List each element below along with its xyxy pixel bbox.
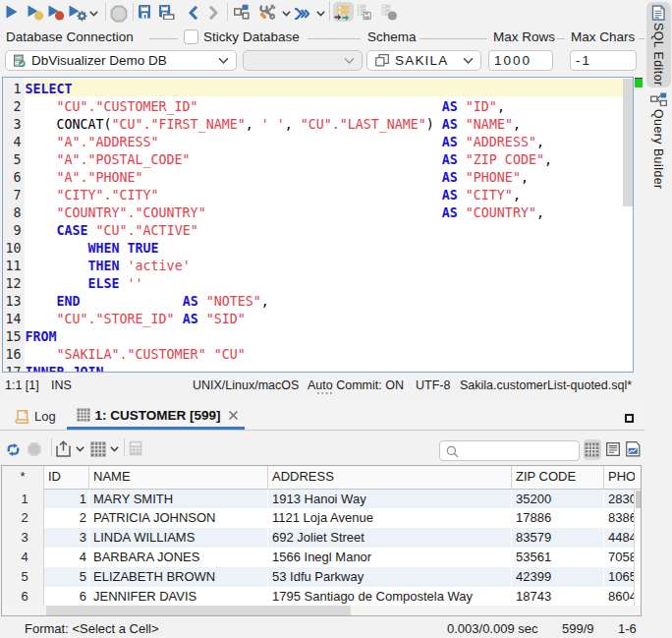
table-cell-phone[interactable]: 8604: [604, 587, 635, 607]
explain-plan-button explain-plan-icon[interactable]: [234, 4, 250, 20]
table-row[interactable]: 33LINDA WILLIAMS692 Joliet Street8357944…: [2, 528, 641, 548]
side-tab-sql-editor[interactable]: SQL Editor: [646, 2, 672, 87]
grid-options-button grid-icon[interactable]: [90, 441, 106, 457]
column-header-zip[interactable]: ZIP CODE: [512, 466, 604, 490]
result-search-box[interactable]: [439, 440, 580, 461]
auto-commit-toggle commit-mode-icon[interactable]: [334, 5, 352, 21]
table-row[interactable]: 11MARY SMITH1913 Hanoi Way352002830: [2, 490, 641, 509]
table-cell-address[interactable]: 1121 Loja Avenue: [268, 508, 512, 528]
execute-dropdown chevron-down-icon[interactable]: [89, 11, 98, 17]
execute-button play-icon[interactable]: [6, 5, 18, 19]
table-cell-name[interactable]: ELIZABETH BROWN: [89, 567, 268, 587]
table-cell-id[interactable]: 6: [44, 587, 89, 607]
continue-dropdown chevron-down-icon[interactable]: [316, 11, 325, 17]
grid-horizontal-scrollbar[interactable]: [2, 606, 641, 616]
export-button export-icon[interactable]: [56, 440, 71, 457]
table-cell-zip[interactable]: 35200: [512, 490, 604, 509]
export-dropdown chevron-down-icon[interactable]: [76, 446, 84, 452]
table-cell-address[interactable]: 1795 Santiago de Compostela Way: [268, 587, 512, 607]
table-cell-id[interactable]: 2: [44, 508, 89, 528]
max-rows-input[interactable]: [488, 50, 553, 71]
tools-button wrench-icon[interactable]: [259, 4, 276, 20]
tab-log[interactable]: Log: [15, 403, 56, 430]
table-cell-num[interactable]: 2: [2, 508, 44, 528]
schema-combo-value: SAKILA: [395, 53, 448, 68]
code-line: "COUNTRY"."COUNTRY" AS "COUNTRY",: [26, 204, 624, 222]
table-cell-name[interactable]: MARY SMITH: [89, 490, 268, 509]
result-search-input[interactable]: [464, 442, 577, 459]
grid-view-button grid-view-icon[interactable]: [585, 442, 599, 457]
editor-scrollbar[interactable]: [623, 78, 633, 372]
execute-buffer-button play-stop-icon[interactable]: [48, 5, 65, 21]
table-cell-zip[interactable]: 53561: [512, 548, 604, 567]
grid-vertical-scrollbar[interactable]: [634, 490, 642, 606]
table-row[interactable]: 44BARBARA JONES1566 Inegl Manor535617058: [2, 548, 641, 567]
table-cell-num[interactable]: 6: [2, 587, 44, 607]
back-button back-icon[interactable]: [189, 6, 197, 20]
form-view-button form-view-icon[interactable]: [606, 442, 620, 456]
table-cell-address[interactable]: 53 Idfu Parkway: [268, 567, 512, 587]
max-chars-input[interactable]: [570, 50, 637, 71]
table-cell-phone[interactable]: 7058: [604, 548, 635, 567]
table-cell-id[interactable]: 5: [44, 567, 89, 587]
column-header-phone[interactable]: PHONE: [604, 466, 635, 490]
table-cell-id[interactable]: 4: [44, 548, 89, 567]
line-number: 8: [3, 204, 22, 222]
table-row[interactable]: 66JENNIFER DAVIS1795 Santiago de Compost…: [2, 587, 641, 607]
column-header-rownum[interactable]: *: [2, 466, 44, 490]
table-cell-name[interactable]: BARBARA JONES: [89, 548, 268, 567]
table-cell-name[interactable]: PATRICIA JOHNSON: [89, 508, 268, 528]
sticky-checkbox[interactable]: [184, 29, 198, 44]
column-header-address[interactable]: ADDRESS: [268, 466, 512, 490]
execute-current-button play-circle-icon[interactable]: [28, 5, 44, 21]
parse-ok-indicator: [635, 78, 644, 87]
table-cell-address[interactable]: 1913 Hanoi Way: [268, 490, 512, 509]
table-cell-phone[interactable]: 2830: [604, 490, 635, 509]
table-cell-phone[interactable]: 4484: [604, 528, 635, 548]
table-cell-num[interactable]: 3: [2, 528, 44, 548]
table-cell-name[interactable]: LINDA WILLIAMS: [89, 528, 268, 548]
database-combo: [243, 50, 363, 71]
continue-button merge-arrows-icon[interactable]: [295, 8, 309, 20]
column-header-name[interactable]: NAME: [89, 466, 268, 490]
table-cell-num[interactable]: 1: [2, 490, 44, 509]
tab-customer-label: 1: CUSTOMER [599]: [95, 408, 221, 423]
table-cell-phone[interactable]: 8386: [604, 508, 635, 528]
grid-dropdown chevron-down-icon[interactable]: [110, 446, 119, 452]
table-cell-address[interactable]: 692 Joliet Street: [268, 528, 512, 548]
table-cell-zip[interactable]: 83579: [512, 528, 604, 548]
rerun-button refresh-icon[interactable]: [7, 443, 20, 456]
splitter-handle[interactable]: [316, 391, 333, 395]
execute-settings-button play-gear-icon[interactable]: [69, 5, 88, 23]
tools-dropdown chevron-down-icon[interactable]: [282, 11, 291, 17]
table-cell-zip[interactable]: 17886: [512, 508, 604, 528]
table-cell-address[interactable]: 1566 Inegl Manor: [268, 548, 512, 567]
table-cell-num[interactable]: 4: [2, 548, 44, 567]
grid-hscroll-thumb[interactable]: [46, 606, 351, 615]
schema-combo[interactable]: SAKILA: [366, 50, 481, 71]
table-row[interactable]: 22PATRICIA JOHNSON1121 Loja Avenue178868…: [2, 508, 641, 528]
table-row[interactable]: 55ELIZABETH BROWN53 Idfu Parkway42399106…: [2, 567, 641, 587]
table-cell-name[interactable]: JENNIFER DAVIS: [89, 587, 268, 607]
maximize-results-icon[interactable]: [625, 414, 635, 424]
line-number: 5: [3, 151, 22, 169]
save-as-button save-as-icon[interactable]: [159, 5, 175, 21]
grid-vscroll-thumb[interactable]: [636, 491, 643, 508]
editor-scrollbar-thumb[interactable]: [623, 79, 633, 206]
save-button save-icon[interactable]: [139, 5, 151, 19]
chart-view-button chart-view-icon[interactable]: [626, 441, 641, 457]
table-cell-id[interactable]: 3: [44, 528, 89, 548]
tab-customer-result[interactable]: 1: CUSTOMER [599]: [67, 403, 245, 430]
table-cell-phone[interactable]: 1065: [604, 567, 635, 587]
side-tab-query-builder[interactable]: Query Builder: [646, 89, 672, 190]
table-cell-id[interactable]: 1: [44, 490, 89, 509]
sql-editor[interactable]: 1SELECT2 "CU"."CUSTOMER_ID" AS "ID",3 CO…: [2, 77, 634, 373]
table-cell-num[interactable]: 5: [2, 567, 44, 587]
column-header-id[interactable]: ID: [44, 466, 89, 490]
close-tab-icon[interactable]: [228, 410, 239, 421]
connection-combo[interactable]: DbVisualizer Demo DB: [5, 50, 237, 71]
table-cell-zip[interactable]: 18743: [512, 587, 604, 607]
code-line: END AS "NOTES",: [26, 293, 624, 311]
result-grid[interactable]: * ID NAME ADDRESS ZIP CODE PHONE 11MARY …: [1, 465, 642, 616]
table-cell-zip[interactable]: 42399: [512, 567, 604, 587]
